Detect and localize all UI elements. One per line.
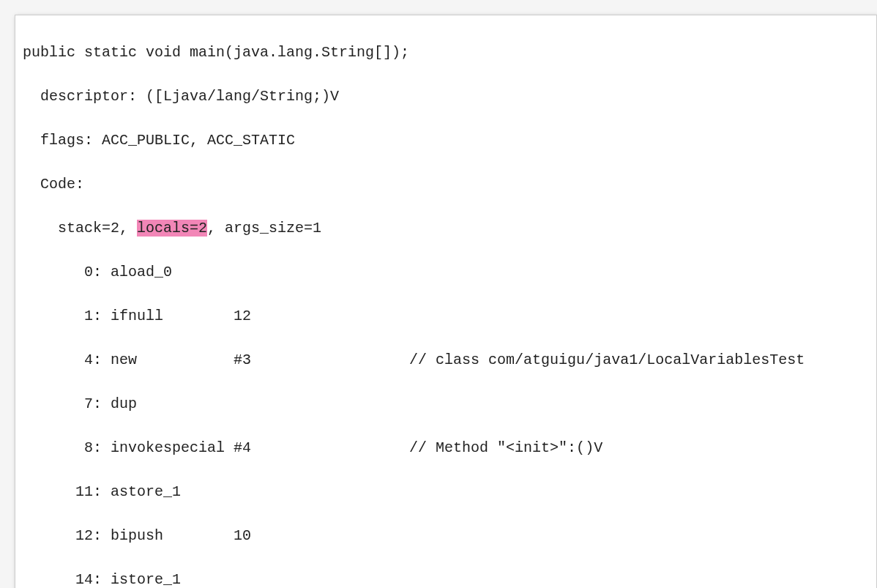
instruction: 12: bipush 10: [23, 525, 869, 547]
instruction: 14: istore_1: [23, 569, 869, 588]
args-size-value: , args_size=1: [207, 220, 321, 237]
locals-highlight: locals=2: [137, 220, 207, 237]
bytecode-listing: public static void main(java.lang.String…: [15, 15, 877, 588]
instruction: 7: dup: [23, 393, 869, 415]
stack-value: stack=2,: [58, 220, 137, 237]
instruction: 11: astore_1: [23, 481, 869, 503]
stack-locals-line: stack=2, locals=2, args_size=1: [23, 217, 869, 239]
descriptor-line: descriptor: ([Ljava/lang/String;)V: [23, 86, 869, 108]
descriptor-value: ([Ljava/lang/String;)V: [146, 88, 339, 105]
flags-label: flags:: [40, 132, 102, 149]
flags-line: flags: ACC_PUBLIC, ACC_STATIC: [23, 130, 869, 152]
method-signature: public static void main(java.lang.String…: [23, 42, 869, 64]
instruction: 1: ifnull 12: [23, 305, 869, 327]
code-label: Code:: [23, 174, 869, 196]
instruction: 4: new #3 // class com/atguigu/java1/Loc…: [23, 349, 869, 371]
descriptor-label: descriptor:: [40, 88, 146, 105]
instruction: 0: aload_0: [23, 261, 869, 283]
instruction: 8: invokespecial #4 // Method "<init>":(…: [23, 437, 869, 459]
flags-value: ACC_PUBLIC, ACC_STATIC: [102, 132, 295, 149]
